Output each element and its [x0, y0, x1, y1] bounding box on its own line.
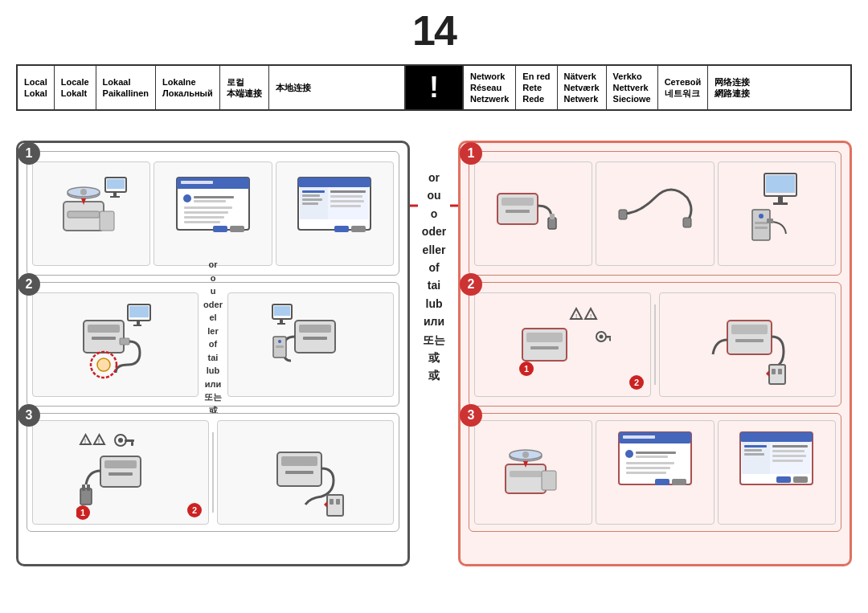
left-step-1-num: 1 — [18, 142, 40, 165]
svg-rect-158 — [626, 462, 674, 464]
svg-rect-81 — [280, 319, 283, 323]
svg-point-84 — [278, 340, 281, 343]
svg-rect-56 — [302, 190, 325, 193]
settings-net-screen-icon — [736, 420, 817, 525]
svg-rect-29 — [68, 211, 100, 218]
svg-rect-99 — [80, 488, 92, 505]
left-step-1-row: 1 — [27, 151, 399, 276]
left-step-2-row: 2 — [27, 282, 399, 407]
right-step-3-num: 3 — [460, 404, 482, 427]
cd-install-net-icon — [497, 420, 570, 525]
svg-rect-156 — [636, 452, 676, 454]
right-step-1-pc — [718, 161, 836, 266]
printer-net-connect2-icon — [703, 296, 792, 393]
svg-rect-127 — [530, 346, 559, 349]
header-cell-korean-local: 로컬 本端連接 — [220, 66, 269, 109]
svg-rect-96 — [131, 442, 133, 446]
header-cell-locale: Locale Lokalt — [55, 66, 96, 109]
svg-rect-169 — [744, 453, 764, 456]
svg-rect-161 — [655, 479, 669, 485]
right-step-3-row: 3 — [469, 413, 841, 532]
svg-rect-60 — [330, 190, 366, 193]
svg-rect-159 — [626, 467, 670, 469]
settings-screen-icon — [294, 170, 375, 258]
svg-rect-68 — [92, 337, 116, 340]
right-step-1-printer — [474, 161, 592, 266]
svg-rect-175 — [793, 476, 808, 483]
svg-rect-58 — [302, 198, 322, 201]
svg-point-71 — [97, 358, 110, 371]
svg-rect-62 — [330, 200, 364, 202]
svg-rect-124 — [767, 219, 773, 223]
svg-rect-34 — [100, 211, 114, 231]
svg-rect-45 — [194, 200, 226, 202]
svg-rect-174 — [776, 476, 791, 483]
right-step-1-cable — [596, 161, 714, 266]
svg-rect-170 — [772, 445, 808, 447]
left-step-2-printer — [32, 292, 199, 397]
svg-rect-114 — [619, 210, 627, 219]
svg-rect-61 — [330, 195, 362, 198]
svg-rect-164 — [740, 432, 813, 442]
svg-rect-115 — [683, 218, 691, 227]
svg-rect-65 — [351, 226, 366, 232]
header-cell-en-red: En red Rete Rede — [516, 66, 557, 109]
svg-rect-100 — [82, 484, 85, 491]
printer-net-cable-icon — [493, 166, 574, 262]
right-step-3-cd — [474, 420, 592, 525]
right-step-2-printer: 1 ! ! 2 — [474, 292, 651, 397]
svg-rect-103 — [281, 456, 317, 466]
svg-rect-139 — [731, 325, 768, 334]
header-cell-verkko: Verkko Nettverk Sieciowe — [607, 66, 658, 109]
left-step-3-row: 3 ! ! — [27, 413, 399, 532]
left-panel: 1 — [16, 141, 410, 566]
svg-rect-119 — [773, 202, 788, 205]
exclamation-mark: ! — [429, 71, 439, 104]
svg-rect-38 — [110, 196, 120, 198]
svg-point-135 — [600, 334, 604, 338]
svg-point-43 — [183, 194, 191, 202]
svg-point-94 — [118, 438, 123, 443]
header-cell-lokalne: Lokalne Локальный — [156, 66, 220, 109]
right-step-2-content: 1 ! ! 2 — [474, 288, 836, 401]
header-right: Network Réseau Netzwerk En red Rete Rede… — [462, 66, 850, 109]
svg-rect-107 — [336, 499, 340, 505]
svg-rect-51 — [230, 226, 244, 232]
svg-rect-44 — [194, 196, 234, 198]
software-screen-icon — [173, 170, 253, 258]
svg-rect-118 — [778, 196, 783, 202]
svg-rect-141 — [769, 365, 785, 384]
svg-rect-122 — [755, 222, 768, 224]
svg-rect-74 — [137, 321, 140, 325]
pc-network-icon — [736, 166, 817, 262]
svg-rect-57 — [302, 194, 320, 197]
left-step-3-content: ! ! 1 2 — [32, 419, 394, 526]
svg-rect-37 — [113, 192, 117, 196]
svg-text:!: ! — [84, 437, 87, 445]
left-step-3-connect2 — [217, 420, 394, 525]
header-cell-natverk: Nätverk Netværk Netwerk — [558, 66, 607, 109]
svg-point-155 — [625, 450, 633, 458]
svg-rect-126 — [526, 333, 563, 342]
svg-rect-64 — [334, 226, 349, 232]
left-step-3-divider — [212, 432, 214, 513]
left-step-1-software — [154, 161, 272, 266]
svg-rect-171 — [772, 450, 805, 452]
left-step-2-or: or o u oder el ler of tai lub или 또는 或 或 — [202, 258, 224, 431]
svg-rect-143 — [778, 369, 782, 374]
center-or-text: or ou o oder eller of tai lub или 또는 或 或 — [422, 169, 446, 385]
left-step-2-num: 2 — [18, 273, 40, 296]
header-cell-chinese-local: 本地连接 — [269, 66, 317, 109]
svg-rect-112 — [548, 218, 556, 229]
svg-rect-110 — [502, 198, 534, 206]
right-step-2-printer2 — [659, 292, 836, 397]
right-step-3-software — [596, 420, 714, 525]
svg-text:!: ! — [575, 313, 577, 320]
left-step-2-printer2 — [227, 292, 394, 397]
svg-rect-154 — [623, 435, 655, 439]
svg-rect-78 — [303, 337, 327, 340]
header-exclamation: ! — [406, 66, 462, 109]
header-bar: Local Lokal Locale Lokalt Lokaal Paikall… — [16, 64, 852, 111]
svg-rect-36 — [107, 179, 125, 189]
printer-net-connect-icon: 1 ! ! — [514, 296, 611, 393]
